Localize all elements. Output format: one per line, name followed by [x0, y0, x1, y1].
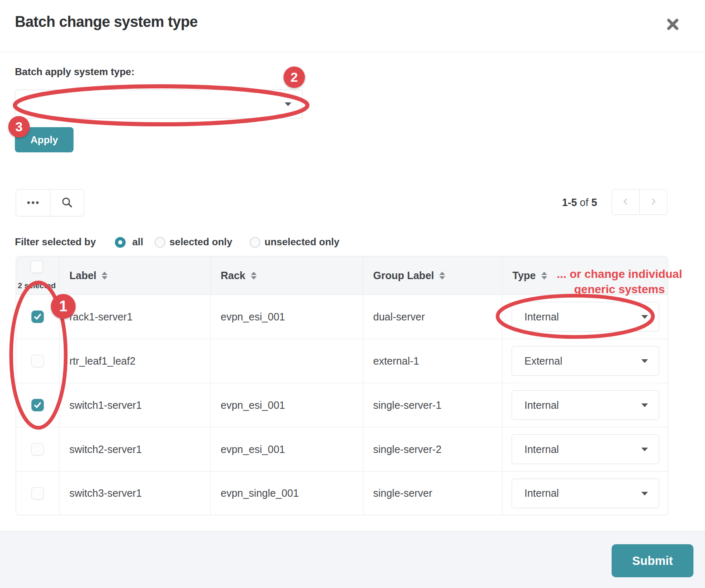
cell-select	[16, 339, 59, 383]
radio-all[interactable]	[115, 237, 126, 248]
row-checkbox[interactable]	[31, 355, 44, 367]
header-cell-select: 2 selected	[16, 256, 59, 294]
caret-down-icon	[641, 403, 648, 407]
cell-type: External	[502, 339, 668, 383]
row-checkbox[interactable]	[31, 487, 44, 500]
caret-down-icon	[641, 359, 648, 363]
sort-icon	[439, 272, 445, 280]
cell-rack: evpn_single_001	[210, 472, 363, 515]
previous-page-button[interactable]	[612, 190, 639, 214]
pagination-controls	[612, 189, 667, 215]
radio-unselected-only[interactable]	[250, 237, 260, 248]
cell-type: Internal	[502, 427, 668, 471]
select-all-checkbox[interactable]	[31, 261, 43, 273]
chevron-right-icon	[650, 198, 657, 206]
cell-rack: evpn_esi_001	[210, 427, 363, 471]
submit-button[interactable]: Submit	[612, 544, 693, 577]
more-options-button[interactable]: •••	[16, 190, 50, 216]
cell-rack: evpn_esi_001	[210, 383, 363, 427]
pagination-range-start: 1-5	[562, 197, 577, 208]
header-cell-type[interactable]: Type	[502, 256, 668, 294]
dialog-header: Batch change system type	[0, 0, 705, 52]
radio-all-label: all	[132, 236, 143, 248]
pagination-range: 1-5 of 5	[562, 197, 597, 209]
cell-select	[16, 472, 59, 515]
table-toolbar: •••	[16, 189, 84, 216]
table-row: switch2-server1 evpn_esi_001 single-serv…	[16, 427, 668, 472]
cell-select	[16, 295, 59, 339]
table-row: rtr_leaf1_leaf2 external-1 External	[16, 339, 668, 383]
search-icon	[61, 197, 73, 209]
header-cell-rack[interactable]: Rack	[210, 256, 363, 294]
cell-select	[16, 383, 59, 427]
row-type-select[interactable]: Internal	[512, 302, 659, 332]
filter-selected-by-label: Filter selected by	[15, 236, 96, 248]
table-row: switch1-server1 evpn_esi_001 single-serv…	[16, 383, 668, 427]
more-options-icon: •••	[26, 198, 40, 207]
cell-label: rtr_leaf1_leaf2	[59, 339, 210, 383]
cell-group-label: single-server-2	[363, 427, 502, 471]
pagination-of: of	[580, 197, 588, 208]
row-checkbox[interactable]	[31, 443, 44, 455]
header-cell-group-label[interactable]: Group Label	[363, 256, 502, 294]
cell-rack: evpn_esi_001	[210, 295, 363, 339]
cell-group-label: dual-server	[363, 295, 502, 339]
close-button[interactable]	[665, 17, 681, 33]
caret-down-icon	[641, 492, 648, 496]
row-type-select[interactable]: External	[512, 346, 659, 376]
cell-type: Internal	[502, 472, 668, 515]
caret-down-icon	[285, 102, 291, 106]
check-icon	[33, 312, 42, 321]
caret-down-icon	[641, 315, 648, 319]
close-icon	[667, 26, 679, 32]
sort-icon	[541, 272, 547, 280]
row-checkbox[interactable]	[31, 399, 44, 411]
table-row: switch3-server1 evpn_single_001 single-s…	[16, 472, 668, 515]
cell-group-label: single-server-1	[363, 383, 502, 427]
cell-label: switch2-server1	[59, 427, 210, 471]
apply-button[interactable]: Apply	[15, 127, 74, 152]
batch-system-type-select[interactable]	[15, 90, 302, 119]
cell-select	[16, 427, 59, 471]
radio-selected-only-label: selected only	[169, 236, 232, 248]
chevron-left-icon	[622, 198, 629, 206]
row-checkbox[interactable]	[31, 311, 44, 323]
cell-type: Internal	[502, 295, 668, 339]
systems-table: 2 selected Label Rack Group Label Type r	[16, 256, 668, 515]
header-cell-label[interactable]: Label	[59, 256, 210, 294]
row-type-select[interactable]: Internal	[512, 479, 659, 508]
radio-unselected-only-label: unselected only	[264, 236, 339, 248]
sort-icon	[102, 272, 107, 280]
pagination-total: 5	[591, 197, 597, 208]
row-type-select[interactable]: Internal	[512, 434, 659, 464]
radio-selected-only[interactable]	[155, 237, 165, 248]
row-type-select[interactable]: Internal	[512, 390, 659, 420]
sort-icon	[251, 272, 257, 280]
table-header-row: 2 selected Label Rack Group Label Type	[16, 256, 668, 295]
check-icon	[33, 401, 42, 410]
cell-label: switch3-server1	[59, 472, 210, 515]
dialog-footer: Submit	[0, 531, 705, 588]
cell-group-label: external-1	[363, 339, 502, 383]
batch-apply-label: Batch apply system type:	[15, 66, 134, 78]
cell-type: Internal	[502, 383, 668, 427]
table-row: rack1-server1 evpn_esi_001 dual-server I…	[16, 295, 668, 339]
next-page-button[interactable]	[639, 190, 667, 214]
dialog-title: Batch change system type	[15, 13, 198, 31]
cell-rack	[210, 339, 363, 383]
annotation-badge-2: 2	[283, 66, 305, 88]
cell-label: rack1-server1	[59, 295, 210, 339]
cell-group-label: single-server	[363, 472, 502, 515]
table-body: rack1-server1 evpn_esi_001 dual-server I…	[16, 295, 668, 515]
selected-count: 2 selected	[18, 281, 56, 290]
search-button[interactable]	[50, 190, 84, 216]
caret-down-icon	[641, 448, 648, 451]
cell-label: switch1-server1	[59, 383, 210, 427]
